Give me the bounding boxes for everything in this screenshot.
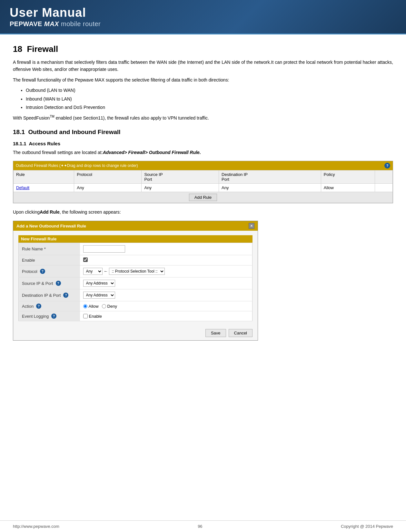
label-action: Action ? xyxy=(19,301,80,311)
bullet-3: Intrusion Detection and DoS Prevention xyxy=(26,104,393,111)
modal-body: New Firewall Rule Rule Name * Enable xyxy=(13,231,258,326)
new-firewall-rule-header: New Firewall Rule xyxy=(18,235,253,243)
footer-copyright: Copyright @ 2014 Pepwave xyxy=(341,524,393,529)
add-rule-cell: Add Rule xyxy=(14,192,393,203)
cancel-button[interactable]: Cancel xyxy=(229,329,253,337)
label-source: Source IP & Port ? xyxy=(19,277,80,289)
form-row-destination: Destination IP & Port ? Any Address Addr… xyxy=(19,289,253,301)
value-logging: Enable xyxy=(80,311,253,321)
form-row-enable: Enable xyxy=(19,255,253,266)
deny-radio-label[interactable]: Deny xyxy=(102,304,117,309)
subtitle-rest: mobile router xyxy=(61,20,101,27)
destination-help-icon[interactable]: ? xyxy=(63,293,68,298)
save-button[interactable]: Save xyxy=(205,329,226,337)
form-row-action: Action ? Allow Deny xyxy=(19,301,253,311)
protocol-select[interactable]: Any TCP UDP ICMP xyxy=(83,268,103,275)
section18-bullets: Outbound (LAN to WAN) Inbound (WAN to LA… xyxy=(26,87,393,111)
cell-protocol: Any xyxy=(74,183,142,192)
col-actions xyxy=(375,170,393,183)
cell-policy: Allow xyxy=(321,183,375,192)
default-rule-link[interactable]: Default xyxy=(16,185,29,190)
bullet-2: Inbound (WAN to LAN) xyxy=(26,95,393,102)
col-rule: Rule xyxy=(14,170,74,183)
cell-action xyxy=(375,183,393,192)
fw-table-header-row: Rule Protocol Source IPPort Destination … xyxy=(14,170,393,183)
modal-title: Add a New Outbound Firewall Rule xyxy=(16,224,86,228)
destination-address-select[interactable]: Any Address Address Any xyxy=(83,292,115,299)
value-rulename xyxy=(80,243,253,255)
main-content: 18 Firewall A firewall is a mechanism th… xyxy=(0,34,406,373)
form-row-logging: Event Logging ? Enable xyxy=(19,311,253,321)
logging-help-icon[interactable]: ? xyxy=(51,314,56,319)
section1811-title: 18.1.1 Access Rules xyxy=(13,141,393,146)
label-protocol: Protocol ? xyxy=(19,266,80,277)
source-address-select[interactable]: Any Address Address Any xyxy=(83,280,115,287)
value-protocol: Any TCP UDP ICMP ← :: Protocol Selection… xyxy=(80,266,253,277)
logging-enable-label[interactable]: Enable xyxy=(83,314,249,319)
allow-radio-label[interactable]: Allow xyxy=(83,304,99,309)
add-rule-row: Add Rule xyxy=(14,192,393,203)
add-outbound-rule-modal: Add a New Outbound Firewall Rule × New F… xyxy=(13,221,258,341)
brand-name: PEPWAVE xyxy=(10,20,42,27)
page-header: User Manual PEPWAVE MAX mobile router xyxy=(0,0,406,34)
action-radio-group: Allow Deny xyxy=(83,304,249,309)
fw-rules-table-wrapper: Outbound Firewall Rules (✦✦Drag and drop… xyxy=(13,161,393,203)
label-rulename: Rule Name * xyxy=(19,243,80,255)
click-add-rule-text: Upon clickingAdd Rule, the following scr… xyxy=(13,208,393,216)
arrow-icon: ← xyxy=(104,269,109,274)
form-row-rulename: Rule Name * xyxy=(19,243,253,255)
cell-rule[interactable]: Default xyxy=(14,183,74,192)
col-destination: Destination IPPort xyxy=(219,170,321,183)
allow-radio[interactable] xyxy=(83,304,87,308)
section18-para3: With SpeedFusionTM enabled (see Section1… xyxy=(13,114,393,121)
fw-table-header: Outbound Firewall Rules (✦✦Drag and drop… xyxy=(13,161,393,170)
table-row: Default Any Any Any Allow xyxy=(14,183,393,192)
section18-para1: A firewall is a mechanism that selective… xyxy=(13,59,393,73)
protocol-help-icon[interactable]: ? xyxy=(40,269,45,274)
section1811-desc: The outbound firewall settings are locat… xyxy=(13,149,393,156)
manual-subtitle: PEPWAVE MAX mobile router xyxy=(10,20,396,28)
section18-title: 18 Firewall xyxy=(13,44,393,54)
brand-max: MAX xyxy=(44,20,59,27)
enable-checkbox[interactable] xyxy=(83,257,88,262)
section18-para2: The firewall functionality of the Pepwav… xyxy=(13,76,393,83)
value-action: Allow Deny xyxy=(80,301,253,311)
action-help-icon[interactable]: ? xyxy=(36,304,41,309)
fw-rules-table: Rule Protocol Source IPPort Destination … xyxy=(13,170,393,203)
cell-destination: Any xyxy=(219,183,321,192)
page-footer: http://www.pepwave.com 96 Copyright @ 20… xyxy=(0,520,406,532)
form-row-source: Source IP & Port ? Any Address Address A… xyxy=(19,277,253,289)
source-help-icon[interactable]: ? xyxy=(56,281,61,286)
deny-radio[interactable] xyxy=(102,304,106,308)
label-enable: Enable xyxy=(19,255,80,266)
value-enable xyxy=(80,255,253,266)
value-destination: Any Address Address Any xyxy=(80,289,253,301)
cell-source: Any xyxy=(142,183,219,192)
value-source: Any Address Address Any xyxy=(80,277,253,289)
manual-title: User Manual xyxy=(10,6,396,20)
firewall-rule-form: Rule Name * Enable xyxy=(18,243,253,321)
add-rule-button[interactable]: Add Rule xyxy=(189,194,217,201)
col-protocol: Protocol xyxy=(74,170,142,183)
section181-title: 18.1 Outbound and Inbound Firewall xyxy=(13,129,393,136)
modal-footer: Save Cancel xyxy=(13,326,258,340)
fw-table-help-button[interactable]: ? xyxy=(384,163,390,169)
fw-table-header-text: Outbound Firewall Rules (✦✦Drag and drop… xyxy=(16,163,138,168)
drag-icon: ✦ xyxy=(61,163,64,168)
footer-url: http://www.pepwave.com xyxy=(13,524,59,529)
footer-page: 96 xyxy=(198,524,202,529)
form-row-protocol: Protocol ? Any TCP UDP ICMP ← xyxy=(19,266,253,277)
rulename-input[interactable] xyxy=(83,245,125,253)
protocol-tool-select[interactable]: :: Protocol Selection Tool :: xyxy=(109,268,165,275)
bullet-1: Outbound (LAN to WAN) xyxy=(26,87,393,94)
col-policy: Policy xyxy=(321,170,375,183)
label-logging: Event Logging ? xyxy=(19,311,80,321)
modal-close-button[interactable]: × xyxy=(249,223,254,229)
col-source: Source IPPort xyxy=(142,170,219,183)
modal-header: Add a New Outbound Firewall Rule × xyxy=(13,221,258,231)
label-destination: Destination IP & Port ? xyxy=(19,289,80,301)
logging-checkbox[interactable] xyxy=(83,314,88,318)
